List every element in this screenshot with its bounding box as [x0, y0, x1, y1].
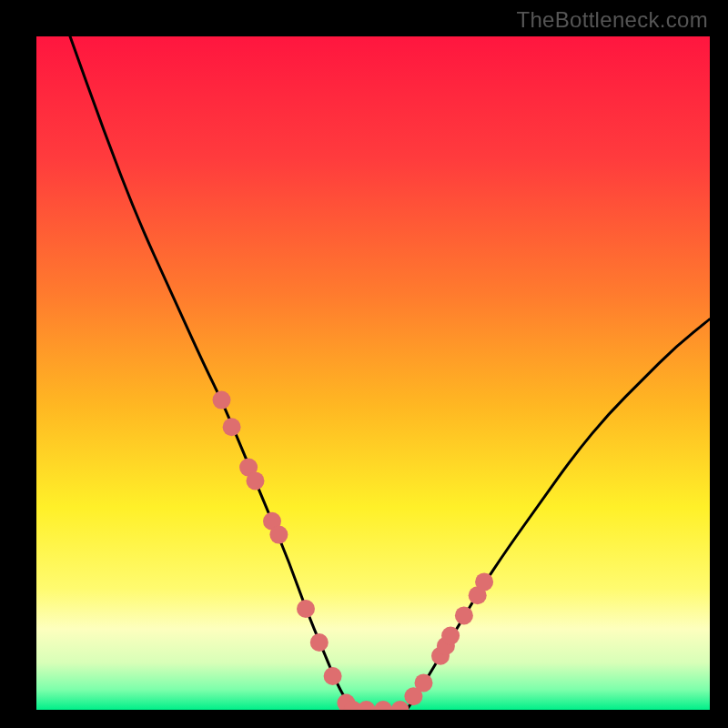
svg-point-8	[324, 667, 342, 685]
outer-frame: TheBottleneck.com	[0, 0, 728, 728]
svg-point-6	[297, 600, 315, 618]
svg-point-3	[247, 471, 265, 490]
svg-point-7	[310, 633, 329, 652]
svg-point-21	[475, 572, 493, 591]
chart-svg	[36, 36, 710, 710]
svg-point-18	[441, 627, 460, 645]
watermark-text: TheBottleneck.com	[516, 7, 708, 33]
svg-point-19	[455, 606, 473, 624]
svg-point-0	[213, 391, 231, 410]
chart-plot-area	[36, 36, 710, 710]
svg-point-5	[269, 526, 288, 544]
gradient-background	[36, 36, 710, 710]
svg-point-1	[223, 418, 241, 436]
svg-point-15	[415, 673, 433, 692]
